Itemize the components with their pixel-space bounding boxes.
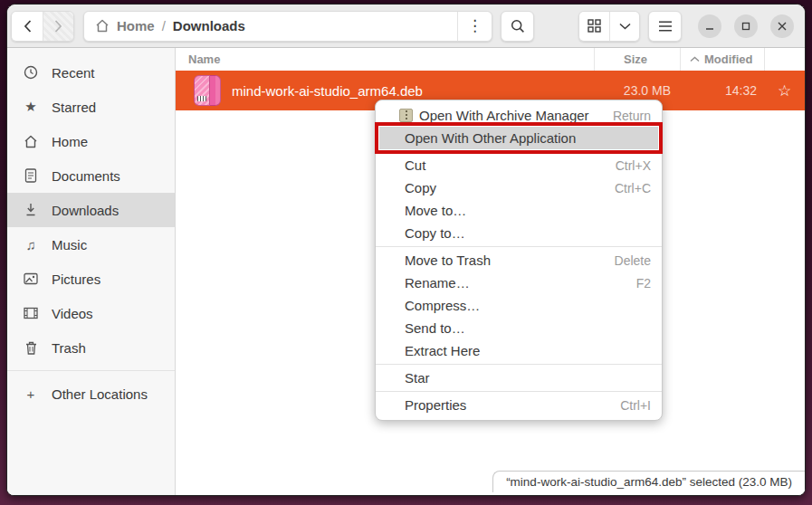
sidebar-divider [7,370,175,371]
search-icon [511,19,525,33]
menu-accel: Ctrl+C [615,181,651,195]
menu-item-cut[interactable]: Cut Ctrl+X [376,154,662,176]
sidebar-item-recent[interactable]: Recent [7,55,175,90]
chevron-down-icon [619,23,631,30]
maximize-button[interactable] [734,14,758,38]
sidebar-item-label: Recent [52,65,95,81]
sidebar-item-home[interactable]: Home [7,124,175,158]
close-button[interactable] [770,14,794,38]
selection-status-bar: “mind-work-ai-studio_arm64.deb” selected… [492,471,805,492]
document-icon [22,168,40,183]
hamburger-menu-icon [658,21,673,32]
location-menu-button[interactable]: ⋮ [457,12,492,41]
menu-item-star[interactable]: Star [376,367,662,389]
download-icon [22,203,40,217]
context-menu: Open With Archive Manager Return Open Wi… [375,100,663,421]
selection-status-text: “mind-work-ai-studio_arm64.deb” selected… [506,475,792,489]
sidebar-item-label: Videos [52,306,93,321]
menu-accel: Return [613,109,651,123]
home-icon [95,19,110,33]
menu-accel: Delete [615,253,651,268]
chevron-right-icon [54,20,62,33]
column-header-star [764,48,805,71]
back-button[interactable] [12,12,43,41]
column-header-modified[interactable]: Modified [680,48,764,71]
sidebar-item-pictures[interactable]: Pictures [7,262,175,296]
sort-ascending-icon [690,56,700,62]
sidebar-item-downloads[interactable]: Downloads [7,193,175,227]
minimize-icon [704,21,715,32]
plus-icon: + [22,386,40,402]
minimize-button[interactable] [698,14,721,38]
path-segment-current[interactable]: Downloads [173,18,245,33]
trash-icon [22,341,40,355]
sidebar-item-label: Home [52,134,88,149]
column-header-name[interactable]: Name [176,52,594,66]
grid-view-icon [588,19,601,33]
view-options-dropdown-button[interactable] [609,12,639,41]
file-manager-window: Home / Downloads ⋮ [6,4,806,496]
sidebar-item-label: Music [52,237,87,252]
view-toggle-group [578,11,640,42]
search-button[interactable] [501,11,534,42]
forward-button[interactable] [43,12,73,41]
list-column-headers: Name Size Modified [176,48,805,71]
path-segment-home[interactable]: Home [117,18,155,33]
menu-item-move-to-trash[interactable]: Move to Trash Delete [376,249,662,272]
sidebar-item-documents[interactable]: Documents [7,158,175,193]
menu-accel: Ctrl+I [620,398,651,413]
menu-separator [376,246,662,247]
grid-view-button[interactable] [579,12,609,41]
close-icon [777,21,788,32]
column-header-size[interactable]: Size [594,48,680,71]
menu-accel: F2 [636,276,651,291]
sidebar-item-music[interactable]: ♫ Music [7,227,175,262]
file-size: 23.0 MB [594,83,680,98]
sidebar-item-label: Other Locations [52,386,148,402]
kebab-menu-icon: ⋮ [467,18,482,33]
sidebar-item-label: Downloads [52,203,119,218]
window-controls [698,14,794,38]
file-name: mind-work-ai-studio_arm64.deb [232,83,423,99]
app-menu-button[interactable] [648,11,682,42]
file-list-pane: Name Size Modified mind-work-ai-studio_a… [176,48,805,495]
menu-item-open-with-archive-manager[interactable]: Open With Archive Manager Return [376,104,662,127]
deb-package-icon [194,75,221,106]
file-modified-time: 14:32 [680,83,764,98]
clock-icon [22,65,40,80]
sidebar-item-starred[interactable]: ★ Starred [7,90,175,124]
path-bar[interactable]: Home / Downloads ⋮ [83,11,492,42]
column-header-modified-label: Modified [704,52,752,66]
menu-item-copy-to[interactable]: Copy to… [376,222,662,244]
toolbar: Home / Downloads ⋮ [7,5,805,48]
star-icon: ★ [22,99,40,115]
photo-icon [22,272,40,285]
menu-accel: Ctrl+X [616,158,651,173]
sidebar-item-label: Pictures [52,272,100,287]
places-sidebar: Recent ★ Starred Home Documents [7,48,176,495]
menu-item-properties[interactable]: Properties Ctrl+I [376,394,662,416]
menu-separator [376,151,662,152]
menu-item-send-to[interactable]: Send to… [376,317,662,339]
menu-item-copy[interactable]: Copy Ctrl+C [376,176,662,199]
sidebar-item-videos[interactable]: Videos [7,296,175,330]
history-nav-group [11,11,74,42]
menu-separator [376,364,662,365]
menu-item-rename[interactable]: Rename… F2 [376,272,662,294]
path-separator: / [162,18,166,33]
menu-item-compress[interactable]: Compress… [376,294,662,317]
menu-item-extract-here[interactable]: Extract Here [376,339,662,362]
music-note-icon: ♫ [22,237,40,252]
maximize-icon [740,21,751,32]
menu-item-move-to[interactable]: Move to… [376,199,662,222]
sidebar-item-label: Starred [52,100,96,115]
archive-manager-icon [399,109,413,122]
menu-item-open-with-other-application[interactable]: Open With Other Application [379,127,658,149]
chevron-left-icon [24,20,32,33]
sidebar-item-other-locations[interactable]: + Other Locations [7,376,175,411]
film-icon [22,307,40,319]
sidebar-item-label: Trash [52,340,86,356]
sidebar-item-trash[interactable]: Trash [7,330,175,365]
home-icon [22,135,40,148]
star-toggle-icon[interactable]: ☆ [764,81,805,100]
